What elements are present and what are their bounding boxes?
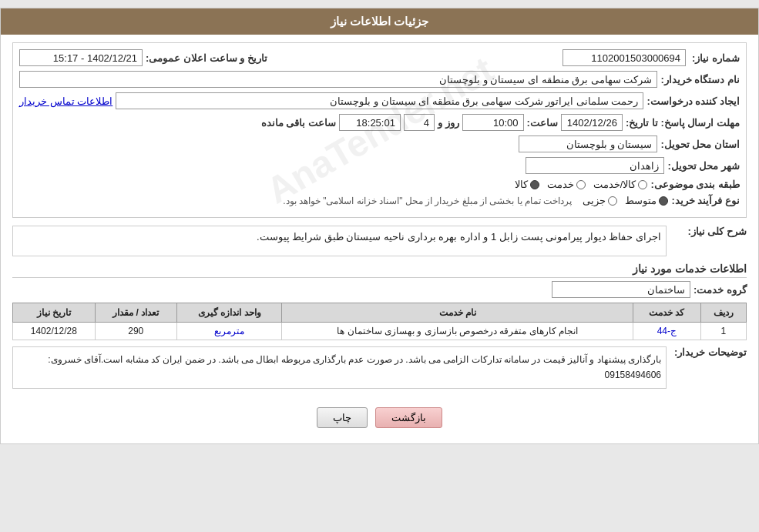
need-number-value: 1102001503000694 <box>563 49 686 66</box>
send-date-label: مهلت ارسال پاسخ: تا تاریخ: <box>626 117 740 129</box>
days-label: روز و <box>438 117 459 129</box>
buyer-org-label: نام دستگاه خریدار: <box>660 74 740 85</box>
cell-service-name: انجام کارهای متفرقه درخصوص بازسازی و بهس… <box>282 323 633 340</box>
buyer-org-value: شرکت سهامی برق منطقه ای سیستان و بلوچستا… <box>19 71 657 88</box>
row-category: طبقه بندی موضوعی: کالا/خدمت خدمت کالا <box>19 179 740 190</box>
row-purchase-type: نوع فرآیند خرید: متوسط جزیی پرداخت تمام … <box>19 195 740 206</box>
back-button[interactable]: بازگشت <box>375 407 442 428</box>
days-value: 4 <box>404 114 435 131</box>
purchase-type-label: نوع فرآیند خرید: <box>671 195 740 206</box>
row-buyer-org: نام دستگاه خریدار: شرکت سهامی برق منطقه … <box>19 71 740 88</box>
creator-label: ایجاد کننده درخواست: <box>646 95 740 107</box>
send-date-value: 1402/12/26 <box>561 114 623 131</box>
radio-partial-label: جزیی <box>583 195 606 206</box>
col-row-num: ردیف <box>700 303 746 323</box>
description-value: اجرای حفاظ دیوار پیرامونی پست زابل 1 و ا… <box>12 226 667 256</box>
button-row: بازگشت چاپ <box>12 400 747 436</box>
radio-goods-service: کالا/خدمت <box>593 179 648 190</box>
radio-partial-circle[interactable] <box>608 196 617 206</box>
content-area: AnaTender.net شماره نیاز: 11020015030006… <box>1 35 758 443</box>
city-value: زاهدان <box>526 157 664 174</box>
row-creator: ایجاد کننده درخواست: رحمت سلمانی ایراتور… <box>19 92 740 109</box>
page-header: جزئیات اطلاعات نیاز <box>1 8 758 35</box>
remaining-label: ساعت باقی مانده <box>261 117 336 129</box>
purchase-type-note: پرداخت تمام یا بخشی از مبلغ خریدار از مح… <box>283 196 572 206</box>
row-need-number: شماره نیاز: 1102001503000694 تاریخ و ساع… <box>19 49 740 66</box>
col-service-name: نام خدمت <box>282 303 633 323</box>
row-description: شرح کلی نیاز: اجرای حفاظ دیوار پیرامونی … <box>12 226 747 256</box>
description-label: شرح کلی نیاز: <box>670 226 747 237</box>
service-group-value: ساختمان <box>552 281 690 298</box>
province-label: استان محل تحویل: <box>660 139 740 150</box>
page-title: جزئیات اطلاعات نیاز <box>331 15 428 28</box>
col-date: تاریخ نیاز <box>13 303 96 323</box>
date-time-label: تاریخ و ساعت اعلان عمومی: <box>146 52 267 64</box>
row-buyer-notes: توضیحات خریدار: بارگذاری پیشنهاد و آنالی… <box>12 346 747 395</box>
buyer-notes-label: توضیحات خریدار: <box>670 346 747 358</box>
province-value: سیستان و بلوچستان <box>519 136 657 152</box>
radio-medium-label: متوسط <box>625 195 657 206</box>
radio-service-label: خدمت <box>547 179 574 190</box>
cell-quantity: 290 <box>95 323 176 340</box>
radio-goods-label: کالا <box>515 179 528 190</box>
row-province: استان محل تحویل: سیستان و بلوچستان <box>19 136 740 152</box>
page-wrapper: جزئیات اطلاعات نیاز AnaTender.net شماره … <box>0 8 759 444</box>
city-label: شهر محل تحویل: <box>667 160 740 172</box>
category-radio-group: کالا/خدمت خدمت کالا <box>515 179 648 190</box>
print-button[interactable]: چاپ <box>317 407 368 428</box>
time-value: 10:00 <box>462 114 524 131</box>
cell-date: 1402/12/28 <box>13 323 96 340</box>
col-unit: واحد اندازه گیری <box>177 303 282 323</box>
radio-medium: متوسط <box>625 195 668 206</box>
radio-medium-circle[interactable] <box>659 196 668 206</box>
radio-service-circle[interactable] <box>576 180 586 189</box>
radio-goods: کالا <box>515 179 539 190</box>
radio-partial: جزیی <box>583 195 617 206</box>
cell-row-num: 1 <box>700 323 746 340</box>
table-row: 1 ج-44 انجام کارهای متفرقه درخصوص بازساز… <box>13 323 747 340</box>
row-city: شهر محل تحویل: زاهدان <box>19 157 740 174</box>
need-number-label: شماره نیاز: <box>692 52 740 64</box>
date-time-value: 1402/12/21 - 15:17 <box>19 49 143 66</box>
service-group-label: گروه خدمت: <box>694 284 747 296</box>
main-info-section: AnaTender.net شماره نیاز: 11020015030006… <box>12 42 747 218</box>
col-service-code: کد خدمت <box>633 303 701 323</box>
radio-goods-service-label: کالا/خدمت <box>593 179 636 190</box>
buyer-notes-value: بارگذاری پیشنهاد و آنالیز قیمت در سامانه… <box>12 346 667 389</box>
radio-service: خدمت <box>547 179 586 190</box>
creator-value: رحمت سلمانی ایراتور شرکت سهامی برق منطقه… <box>116 92 643 109</box>
remaining-value: 18:25:01 <box>339 114 401 131</box>
cell-unit: مترمربع <box>177 323 282 340</box>
radio-goods-service-circle[interactable] <box>638 180 647 189</box>
row-send-date: مهلت ارسال پاسخ: تا تاریخ: 1402/12/26 سا… <box>19 114 740 131</box>
radio-goods-circle[interactable] <box>530 180 539 189</box>
row-service-group: گروه خدمت: ساختمان <box>12 281 747 298</box>
services-section-title: اطلاعات خدمات مورد نیاز <box>12 263 747 278</box>
time-label: ساعت: <box>527 117 558 129</box>
category-label: طبقه بندی موضوعی: <box>650 179 740 190</box>
service-table: ردیف کد خدمت نام خدمت واحد اندازه گیری ت… <box>12 303 747 340</box>
col-quantity: تعداد / مقدار <box>95 303 176 323</box>
purchase-type-radio-group: متوسط جزیی <box>583 195 668 206</box>
contact-link[interactable]: اطلاعات تماس خریدار <box>19 95 113 107</box>
cell-service-code: ج-44 <box>633 323 701 340</box>
